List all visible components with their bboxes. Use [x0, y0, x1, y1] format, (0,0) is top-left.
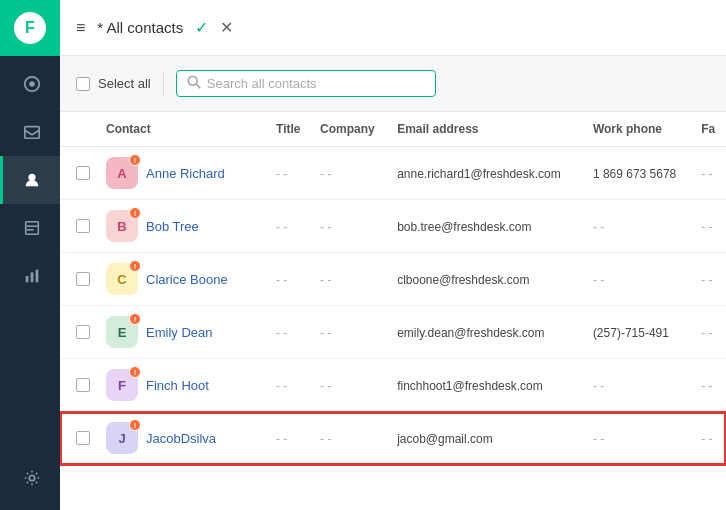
title-value: - -: [276, 220, 287, 234]
row-checkbox[interactable]: [76, 166, 90, 180]
avatar: J !: [106, 422, 138, 454]
sidebar-item-books[interactable]: [0, 204, 60, 252]
col-contact: Contact: [98, 112, 268, 147]
select-all-label: Select all: [98, 76, 151, 91]
avatar: C !: [106, 263, 138, 295]
contact-name[interactable]: Emily Dean: [146, 325, 212, 340]
phone-cell: - -: [585, 200, 693, 253]
gear-icon: [22, 468, 42, 488]
row-checkbox-cell: [60, 412, 98, 465]
col-company: Company: [312, 112, 389, 147]
select-all-checkbox[interactable]: [76, 77, 90, 91]
svg-rect-6: [25, 276, 28, 282]
company-value: - -: [320, 326, 331, 340]
close-icon[interactable]: ✕: [220, 18, 233, 37]
table-row[interactable]: E ! Emily Dean - -- -emily.dean@freshdes…: [60, 306, 726, 359]
contact-info: A ! Anne Richard: [106, 157, 260, 189]
contacts-icon: [22, 170, 42, 190]
fa-cell: - -: [693, 412, 726, 465]
svg-rect-8: [35, 270, 38, 283]
notification-badge: !: [129, 260, 141, 272]
contact-name[interactable]: Bob Tree: [146, 219, 199, 234]
row-checkbox[interactable]: [76, 272, 90, 286]
svg-rect-7: [30, 272, 33, 282]
menu-icon[interactable]: ≡: [76, 19, 85, 37]
email-value: jacob@gmail.com: [397, 432, 493, 446]
fa-value: - -: [701, 326, 712, 340]
title-value: - -: [276, 167, 287, 181]
company-cell: - -: [312, 200, 389, 253]
sidebar-item-reports[interactable]: [0, 252, 60, 300]
svg-point-1: [29, 81, 34, 86]
company-cell: - -: [312, 306, 389, 359]
table-row[interactable]: J ! JacobDsilva - -- -jacob@gmail.com- -…: [60, 412, 726, 465]
sidebar-item-inbox[interactable]: [0, 108, 60, 156]
avatar: A !: [106, 157, 138, 189]
company-cell: - -: [312, 253, 389, 306]
fa-value: - -: [701, 273, 712, 287]
phone-value: 1 869 673 5678: [593, 167, 676, 181]
email-value: anne.richard1@freshdesk.com: [397, 167, 561, 181]
row-checkbox[interactable]: [76, 378, 90, 392]
table-row[interactable]: C ! Clarice Boone - -- -clboone@freshdes…: [60, 253, 726, 306]
notification-badge: !: [129, 419, 141, 431]
title-cell: - -: [268, 306, 312, 359]
contact-info: F ! Finch Hoot: [106, 369, 260, 401]
phone-value: - -: [593, 273, 604, 287]
contact-cell: A ! Anne Richard: [98, 147, 268, 200]
phone-value: - -: [593, 379, 604, 393]
contact-name[interactable]: Finch Hoot: [146, 378, 209, 393]
row-checkbox[interactable]: [76, 431, 90, 445]
sidebar-item-contacts[interactable]: [0, 156, 60, 204]
contact-info: J ! JacobDsilva: [106, 422, 260, 454]
title-cell: - -: [268, 359, 312, 412]
fa-value: - -: [701, 379, 712, 393]
fa-value: - -: [701, 220, 712, 234]
notification-badge: !: [129, 207, 141, 219]
sidebar-item-settings[interactable]: [0, 454, 60, 502]
sidebar-item-dashboard[interactable]: [0, 60, 60, 108]
search-icon: [187, 75, 201, 92]
email-cell: anne.richard1@freshdesk.com: [389, 147, 585, 200]
phone-cell: (257)-715-491: [585, 306, 693, 359]
contact-name[interactable]: Anne Richard: [146, 166, 225, 181]
avatar: E !: [106, 316, 138, 348]
search-input[interactable]: [207, 76, 425, 91]
table-row[interactable]: B ! Bob Tree - -- -bob.tree@freshdesk.co…: [60, 200, 726, 253]
search-box[interactable]: [176, 70, 436, 97]
email-cell: clboone@freshdesk.com: [389, 253, 585, 306]
email-value: finchhoot1@freshdesk.com: [397, 379, 543, 393]
svg-line-11: [196, 84, 200, 88]
contact-name[interactable]: JacobDsilva: [146, 431, 216, 446]
title-cell: - -: [268, 253, 312, 306]
contact-cell: B ! Bob Tree: [98, 200, 268, 253]
phone-value: (257)-715-491: [593, 326, 669, 340]
sidebar-logo[interactable]: F: [0, 0, 60, 56]
row-checkbox[interactable]: [76, 325, 90, 339]
email-cell: emily.dean@freshdesk.com: [389, 306, 585, 359]
company-value: - -: [320, 273, 331, 287]
fa-value: - -: [701, 167, 712, 181]
avatar: F !: [106, 369, 138, 401]
row-checkbox-cell: [60, 253, 98, 306]
email-value: emily.dean@freshdesk.com: [397, 326, 544, 340]
row-checkbox[interactable]: [76, 219, 90, 233]
company-value: - -: [320, 379, 331, 393]
logo-icon: F: [14, 12, 46, 44]
title-cell: - -: [268, 147, 312, 200]
contact-cell: E ! Emily Dean: [98, 306, 268, 359]
fa-cell: - -: [693, 147, 726, 200]
company-cell: - -: [312, 147, 389, 200]
contact-info: B ! Bob Tree: [106, 210, 260, 242]
dashboard-icon: [22, 74, 42, 94]
table-row[interactable]: A ! Anne Richard - -- -anne.richard1@fre…: [60, 147, 726, 200]
confirm-icon[interactable]: ✓: [195, 18, 208, 37]
col-fa: Fa: [693, 112, 726, 147]
sidebar: F: [0, 0, 60, 510]
company-value: - -: [320, 220, 331, 234]
contact-name[interactable]: Clarice Boone: [146, 272, 228, 287]
table-row[interactable]: F ! Finch Hoot - -- -finchhoot1@freshdes…: [60, 359, 726, 412]
contacts-table: Contact Title Company Email address Work…: [60, 112, 726, 465]
title-value: - -: [276, 379, 287, 393]
contact-cell: F ! Finch Hoot: [98, 359, 268, 412]
